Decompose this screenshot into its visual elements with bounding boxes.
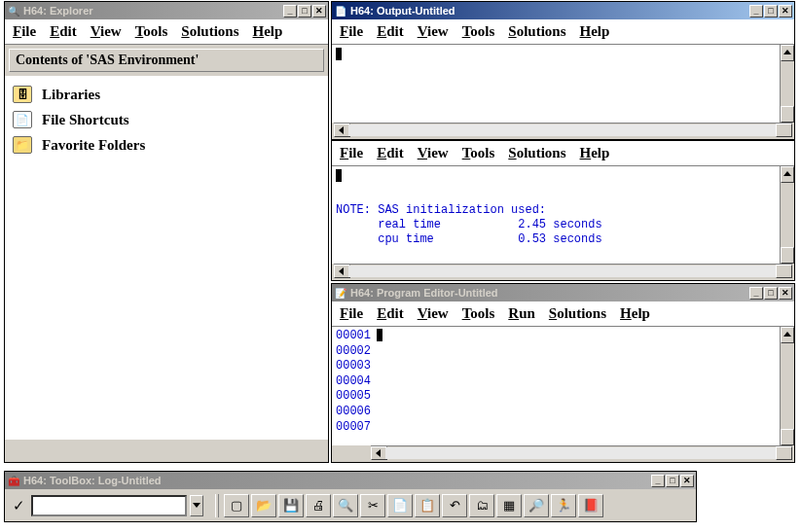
menu-file[interactable]: File [340, 305, 363, 322]
vertical-scrollbar[interactable] [780, 327, 794, 445]
output-titlebar[interactable]: 📄 H64: Output-Untitled _ □ ✕ [332, 2, 794, 19]
minimize-button[interactable]: _ [283, 5, 297, 18]
explorer-item-file-shortcuts[interactable]: 📄File Shortcuts [11, 107, 322, 132]
explorer-title: H64: Explorer [23, 5, 283, 17]
open-icon[interactable]: 📂 [251, 494, 276, 517]
output-content[interactable] [332, 45, 794, 123]
editor-line[interactable]: 00007 [336, 420, 790, 436]
editor-line[interactable]: 00006 [336, 405, 790, 420]
menu-view[interactable]: View [418, 23, 449, 40]
editor-menubar: FileEditViewToolsRunSolutionsHelp [332, 301, 794, 327]
menu-solutions[interactable]: Solutions [181, 23, 238, 40]
help-icon[interactable]: 📕 [578, 494, 603, 517]
menu-tools[interactable]: Tools [462, 305, 495, 322]
save-icon[interactable]: 💾 [278, 494, 304, 517]
check-icon[interactable]: ✓ [9, 494, 28, 517]
toolbox-titlebar[interactable]: 🧰 H64: ToolBox: Log-Untitled _ □ ✕ [5, 472, 696, 489]
menu-tools[interactable]: Tools [462, 23, 495, 40]
log-window: FileEditViewToolsSolutionsHelp NOTE: SAS… [331, 140, 795, 281]
explorer-item-libraries[interactable]: 🗄Libraries [11, 82, 322, 107]
maximize-button[interactable]: □ [764, 287, 778, 300]
log-menubar: FileEditViewToolsSolutionsHelp [332, 141, 794, 166]
editor-titlebar[interactable]: 📝 H64: Program Editor-Untitled _ □ ✕ [332, 284, 794, 301]
explorer-item-label: File Shortcuts [42, 112, 129, 128]
line-number: 00007 [336, 420, 377, 436]
editor-app-icon: 📝 [334, 286, 347, 300]
copy-icon[interactable]: 📄 [387, 494, 413, 517]
menu-help[interactable]: Help [253, 23, 283, 40]
menu-file[interactable]: File [340, 23, 363, 40]
undo-icon[interactable]: ↶ [442, 494, 467, 517]
minimize-button[interactable]: _ [749, 5, 763, 18]
editor-line[interactable]: 00002 [336, 344, 790, 360]
editor-line[interactable]: 00005 [336, 389, 790, 405]
explorer-item-label: Libraries [42, 87, 100, 103]
menu-edit[interactable]: Edit [377, 23, 404, 40]
menu-run[interactable]: Run [508, 305, 535, 322]
cursor-icon [336, 48, 342, 60]
output-app-icon: 📄 [334, 4, 347, 18]
menu-help[interactable]: Help [580, 23, 610, 40]
document-icon: 📄 [13, 111, 32, 128]
menu-file[interactable]: File [340, 145, 363, 161]
horizontal-scrollbar[interactable] [334, 123, 792, 137]
menu-view[interactable]: View [418, 305, 449, 322]
toolbox-toolbar: ✓ ▢📂💾🖨🔍✂📄📋↶🗂▦🔎🏃📕 [5, 489, 696, 521]
maximize-button[interactable]: □ [764, 5, 778, 18]
minimize-button[interactable]: _ [749, 287, 763, 300]
close-button[interactable]: ✕ [680, 475, 694, 487]
line-number: 00002 [336, 344, 377, 360]
editor-line[interactable]: 00004 [336, 374, 790, 390]
cursor-icon [336, 169, 342, 182]
preview-icon[interactable]: 🔍 [333, 494, 358, 517]
vertical-scrollbar[interactable] [780, 45, 794, 123]
menu-help[interactable]: Help [620, 305, 650, 322]
maximize-button[interactable]: □ [666, 475, 679, 487]
close-button[interactable]: ✕ [779, 5, 792, 18]
vertical-scrollbar[interactable] [780, 166, 794, 264]
explorer-icon[interactable]: 🗂 [469, 494, 494, 517]
explorer-statusbar [5, 439, 328, 462]
editor-line[interactable]: 00001 [336, 329, 790, 344]
command-input[interactable] [31, 495, 187, 516]
maximize-button[interactable]: □ [298, 5, 311, 18]
menu-edit[interactable]: Edit [377, 145, 404, 161]
horizontal-scrollbar[interactable] [334, 264, 792, 278]
menu-solutions[interactable]: Solutions [549, 305, 606, 322]
new-icon[interactable]: ▢ [224, 494, 249, 517]
print-icon[interactable]: 🖨 [306, 494, 331, 517]
horizontal-scrollbar[interactable] [371, 445, 792, 460]
program-editor-window: 📝 H64: Program Editor-Untitled _ □ ✕ Fil… [331, 283, 795, 463]
explorer-item-favorite-folders[interactable]: 📁Favorite Folders [11, 132, 322, 158]
editor-line[interactable]: 00003 [336, 359, 790, 374]
line-number: 00001 [336, 329, 377, 344]
menu-solutions[interactable]: Solutions [508, 23, 565, 40]
menu-solutions[interactable]: Solutions [508, 145, 565, 161]
log-content[interactable]: NOTE: SAS initialization used: real time… [332, 166, 794, 264]
menu-tools[interactable]: Tools [462, 145, 495, 161]
minimize-button[interactable]: _ [651, 475, 665, 487]
explorer-app-icon: 🔍 [7, 4, 20, 18]
editor-content[interactable]: 00001000020000300004000050000600007 [332, 327, 794, 445]
paste-icon[interactable]: 📋 [415, 494, 440, 517]
log-text: NOTE: SAS initialization used: real time… [336, 203, 790, 247]
menu-tools[interactable]: Tools [135, 23, 168, 40]
options-icon[interactable]: ▦ [496, 494, 522, 517]
explorer-tree: 🗄Libraries📄File Shortcuts📁Favorite Folde… [5, 76, 328, 439]
explorer-window: 🔍 H64: Explorer _ □ ✕ FileEditViewToolsS… [4, 1, 329, 463]
folder-icon: 📁 [13, 136, 32, 154]
find-icon[interactable]: 🔎 [524, 494, 549, 517]
cut-icon[interactable]: ✂ [360, 494, 385, 517]
explorer-titlebar[interactable]: 🔍 H64: Explorer _ □ ✕ [5, 2, 328, 19]
explorer-item-label: Favorite Folders [42, 137, 145, 154]
menu-help[interactable]: Help [580, 145, 610, 161]
menu-view[interactable]: View [91, 23, 122, 40]
menu-edit[interactable]: Edit [377, 305, 404, 322]
close-button[interactable]: ✕ [779, 287, 792, 300]
menu-edit[interactable]: Edit [50, 23, 77, 40]
menu-file[interactable]: File [13, 23, 36, 40]
command-dropdown[interactable] [190, 495, 203, 516]
menu-view[interactable]: View [418, 145, 449, 161]
close-button[interactable]: ✕ [312, 5, 326, 18]
run-icon[interactable]: 🏃 [551, 494, 576, 517]
